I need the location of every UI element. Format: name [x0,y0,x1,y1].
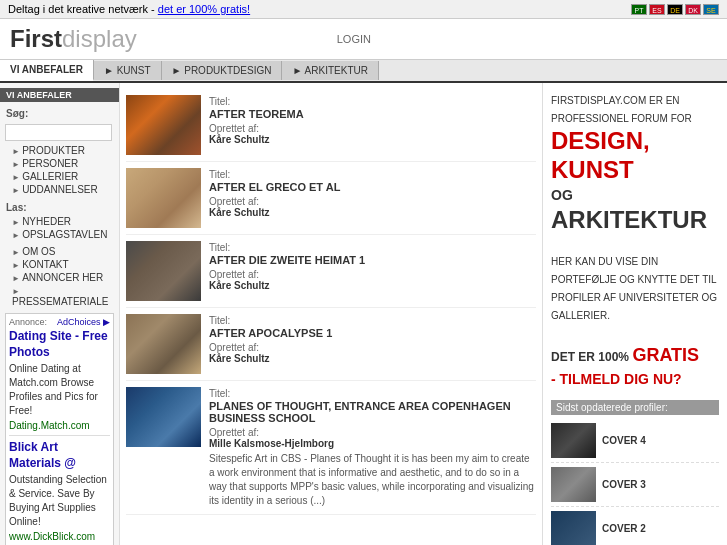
artwork-creator-label-1: Oprettet af: [209,196,536,207]
profile-name-1: COVER 3 [602,479,646,490]
promo-gratis-line: DET ER 100% [551,350,629,364]
artwork-row-0[interactable]: Titel: AFTER TEOREMA Oprettet af: Kåre S… [126,89,536,162]
flag-de[interactable]: DE [667,4,683,15]
sidebar-link-annoncer[interactable]: ANNONCER HER [0,271,119,284]
artwork-creator-2: Kåre Schultz [209,280,536,291]
top-bar-text: Deltag i det kreative netværk - det er 1… [8,3,250,15]
artwork-creator-label-0: Oprettet af: [209,123,536,134]
profile-name-2: COVER 2 [602,523,646,534]
nav-produktdesign[interactable]: ► PRODUKTDESIGN [162,61,283,80]
profile-item-1[interactable]: COVER 3 [551,463,719,507]
artwork-title-2: AFTER DIE ZWEITE HEIMAT 1 [209,254,536,266]
artworks-container: Titel: AFTER TEOREMA Oprettet af: Kåre S… [126,89,536,515]
ad-choices-label: Annonce: [9,317,47,327]
artwork-creator-label-3: Oprettet af: [209,342,536,353]
artwork-thumb-0 [126,95,201,155]
profile-thumb-0 [551,423,596,458]
artwork-thumb-3 [126,314,201,374]
ad2-title[interactable]: Blick Art Materials @ [9,440,76,470]
promo-line1: FIRSTDISPLAY.COM ER EN PROFESSIONEL FORU… [551,95,692,124]
nav-vi-anbefaler-label: VI ANBEFALER [10,64,83,75]
promo-body: HER KAN DU VISE DIN PORTEFØLJE OG KNYTTE… [551,256,717,321]
artwork-row-3[interactable]: Titel: AFTER APOCALYPSE 1 Oprettet af: K… [126,308,536,381]
sidebar-link-kontakt[interactable]: KONTAKT [0,258,119,271]
artwork-creator-0: Kåre Schultz [209,134,536,145]
artwork-info-0: Titel: AFTER TEOREMA Oprettet af: Kåre S… [209,95,536,145]
flag-dk[interactable]: DK [685,4,701,15]
flag-se[interactable]: SE [703,4,719,15]
nav-strip: VI ANBEFALER ► KUNST ► PRODUKTDESIGN ► A… [0,60,727,83]
artwork-thumb-2 [126,241,201,301]
artwork-row-4[interactable]: Titel: PLANES OF THOUGHT, ENTRANCE AREA … [126,381,536,515]
sidebar-link-presse[interactable]: PRESSEMATERIALE [0,284,119,308]
ad1-title[interactable]: Dating Site - Free Photos [9,329,108,359]
artwork-label-0: Titel: [209,96,230,107]
sidebar-link-gallerier[interactable]: GALLERIER [0,170,119,183]
promo-gratis: GRATIS [632,345,699,365]
profile-item-2[interactable]: COVER 2 [551,507,719,545]
search-box [0,121,119,144]
artwork-row-1[interactable]: Titel: AFTER EL GRECO ET AL Oprettet af:… [126,162,536,235]
logo: Firstdisplay [10,25,137,53]
top-bar-link[interactable]: det er 100% gratis! [158,3,250,15]
profile-item-0[interactable]: COVER 4 [551,419,719,463]
top-bar: Deltag i det kreative netværk - det er 1… [0,0,727,19]
sidebar-link-uddannelser[interactable]: UDDANNELSER [0,183,119,196]
profiles-container: COVER 4 COVER 3 COVER 2 COVER [551,419,719,545]
artwork-thumb-4 [126,387,201,447]
artwork-title-4: PLANES OF THOUGHT, ENTRANCE AREA COPENHA… [209,400,536,424]
ad-header: Annonce: AdChoices ▶ [9,317,110,327]
login-area: LOGIN [337,33,371,45]
artwork-creator-1: Kåre Schultz [209,207,536,218]
artwork-creator-4: Mille Kalsmose-Hjelmborg [209,438,536,449]
ad2-text: Outstanding Selection & Service. Save By… [9,473,110,529]
profiles-header: Sidst opdaterede profiler: [551,400,719,415]
promo-text: FIRSTDISPLAY.COM ER EN PROFESSIONEL FORU… [551,91,719,390]
login-label: LOGIN [337,33,371,45]
artwork-title-0: AFTER TEOREMA [209,108,536,120]
artwork-creator-label-2: Oprettet af: [209,269,536,280]
right-panel: FIRSTDISPLAY.COM ER EN PROFESSIONEL FORU… [542,83,727,545]
promo-big1: DESIGN, KUNST [551,127,650,183]
artwork-title-3: AFTER APOCALYPSE 1 [209,327,536,339]
artwork-label-3: Titel: [209,315,230,326]
flag-icons: PT ES DE DK SE [631,4,719,15]
artwork-label-4: Titel: [209,388,230,399]
artwork-thumb-1 [126,168,201,228]
artwork-label-2: Titel: [209,242,230,253]
artwork-info-3: Titel: AFTER APOCALYPSE 1 Oprettet af: K… [209,314,536,364]
nav-arkitektur[interactable]: ► ARKITEKTUR [282,61,378,80]
search-input[interactable] [5,124,112,141]
artwork-title-1: AFTER EL GRECO ET AL [209,181,536,193]
las-label: Las: [0,200,119,215]
artwork-label-1: Titel: [209,169,230,180]
artwork-creator-label-4: Oprettet af: [209,427,536,438]
promo-og: OG [551,187,573,203]
vi-anbefaler-header: VI ANBEFALER [0,88,119,102]
artwork-row-2[interactable]: Titel: AFTER DIE ZWEITE HEIMAT 1 Oprette… [126,235,536,308]
sidebar-link-om-os[interactable]: OM OS [0,245,119,258]
sidebar: VI ANBEFALER Søg: PRODUKTER PERSONER GAL… [0,83,120,545]
sidebar-link-nyheder[interactable]: NYHEDER [0,215,119,228]
profile-thumb-1 [551,467,596,502]
flag-pt[interactable]: PT [631,4,647,15]
ad2-url: www.DickBlick.com [9,531,110,542]
promo-tilmeld[interactable]: - TILMELD DIG NU? [551,371,682,387]
main: VI ANBEFALER Søg: PRODUKTER PERSONER GAL… [0,83,727,545]
sidebar-link-produkter[interactable]: PRODUKTER [0,144,119,157]
flag-es[interactable]: ES [649,4,665,15]
nav-arkitektur-label: ► ARKITEKTUR [292,65,367,76]
ad1-url: Dating.Match.com [9,420,110,431]
artwork-info-4: Titel: PLANES OF THOUGHT, ENTRANCE AREA … [209,387,536,508]
profiles-section: Sidst opdaterede profiler: COVER 4 COVER… [551,400,719,545]
artwork-info-2: Titel: AFTER DIE ZWEITE HEIMAT 1 Oprette… [209,241,536,291]
nav-kunst-label: ► KUNST [104,65,151,76]
profile-name-0: COVER 4 [602,435,646,446]
sidebar-link-opslagstavlen[interactable]: OPSLAGSTAVLEN [0,228,119,241]
promo-big2: ARKITEKTUR [551,206,707,233]
sidebar-link-personer[interactable]: PERSONER [0,157,119,170]
nav-kunst[interactable]: ► KUNST [94,61,162,80]
nav-vi-anbefaler[interactable]: VI ANBEFALER [0,60,94,81]
ad-choices-icon[interactable]: AdChoices ▶ [57,317,110,327]
ad1-text: Online Dating at Match.com Browse Profil… [9,362,110,418]
